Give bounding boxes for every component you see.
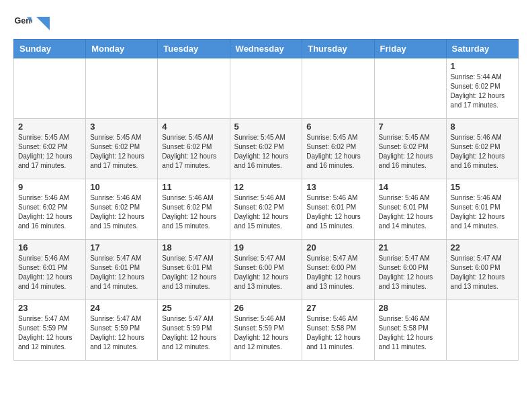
day-number: 6 bbox=[306, 122, 369, 132]
day-number: 15 bbox=[451, 182, 514, 192]
calendar-cell: 27Sunrise: 5:46 AM Sunset: 5:58 PM Dayli… bbox=[302, 300, 374, 361]
day-info: Sunrise: 5:47 AM Sunset: 6:00 PM Dayligh… bbox=[451, 254, 514, 291]
calendar-cell: 9Sunrise: 5:46 AM Sunset: 6:02 PM Daylig… bbox=[14, 179, 86, 240]
calendar-cell: 4Sunrise: 5:45 AM Sunset: 6:02 PM Daylig… bbox=[158, 119, 230, 179]
day-info: Sunrise: 5:45 AM Sunset: 6:02 PM Dayligh… bbox=[90, 133, 153, 171]
day-header-friday: Friday bbox=[374, 40, 446, 58]
day-info: Sunrise: 5:45 AM Sunset: 6:02 PM Dayligh… bbox=[18, 133, 81, 171]
day-info: Sunrise: 5:46 AM Sunset: 6:02 PM Dayligh… bbox=[18, 193, 81, 231]
day-number: 17 bbox=[90, 242, 153, 253]
day-info: Sunrise: 5:45 AM Sunset: 6:02 PM Dayligh… bbox=[234, 133, 298, 171]
day-info: Sunrise: 5:46 AM Sunset: 5:58 PM Dayligh… bbox=[379, 314, 442, 352]
calendar-cell: 26Sunrise: 5:46 AM Sunset: 5:59 PM Dayli… bbox=[230, 300, 302, 361]
day-info: Sunrise: 5:44 AM Sunset: 6:02 PM Dayligh… bbox=[451, 73, 514, 110]
day-number: 11 bbox=[162, 182, 225, 192]
calendar-cell: 16Sunrise: 5:46 AM Sunset: 6:01 PM Dayli… bbox=[14, 240, 86, 300]
day-info: Sunrise: 5:46 AM Sunset: 6:01 PM Dayligh… bbox=[451, 193, 514, 231]
calendar-cell: 6Sunrise: 5:45 AM Sunset: 6:02 PM Daylig… bbox=[302, 119, 374, 179]
day-info: Sunrise: 5:47 AM Sunset: 5:59 PM Dayligh… bbox=[18, 314, 81, 352]
logo-arrow-icon bbox=[36, 17, 50, 30]
day-number: 1 bbox=[451, 61, 514, 71]
calendar-cell bbox=[14, 58, 86, 119]
calendar-cell: 5Sunrise: 5:45 AM Sunset: 6:02 PM Daylig… bbox=[230, 119, 302, 179]
calendar-cell: 21Sunrise: 5:47 AM Sunset: 6:00 PM Dayli… bbox=[374, 240, 446, 300]
day-header-wednesday: Wednesday bbox=[230, 40, 302, 58]
calendar-cell: 10Sunrise: 5:46 AM Sunset: 6:02 PM Dayli… bbox=[86, 179, 158, 240]
calendar-cell: 25Sunrise: 5:47 AM Sunset: 5:59 PM Dayli… bbox=[158, 300, 230, 361]
day-info: Sunrise: 5:47 AM Sunset: 6:00 PM Dayligh… bbox=[306, 254, 369, 291]
day-info: Sunrise: 5:46 AM Sunset: 6:01 PM Dayligh… bbox=[379, 193, 442, 231]
calendar-cell bbox=[302, 58, 374, 119]
day-number: 3 bbox=[90, 122, 153, 132]
day-number: 16 bbox=[18, 242, 81, 253]
calendar-cell: 19Sunrise: 5:47 AM Sunset: 6:00 PM Dayli… bbox=[230, 240, 302, 300]
calendar-cell bbox=[86, 58, 158, 119]
day-info: Sunrise: 5:46 AM Sunset: 6:02 PM Dayligh… bbox=[90, 193, 153, 231]
calendar-cell bbox=[158, 58, 230, 119]
day-number: 9 bbox=[18, 182, 81, 192]
day-number: 13 bbox=[306, 182, 369, 192]
day-number: 25 bbox=[162, 303, 225, 313]
day-number: 21 bbox=[379, 242, 442, 253]
day-info: Sunrise: 5:46 AM Sunset: 5:58 PM Dayligh… bbox=[306, 314, 369, 352]
calendar-cell: 8Sunrise: 5:46 AM Sunset: 6:02 PM Daylig… bbox=[446, 119, 518, 179]
day-number: 28 bbox=[379, 303, 442, 313]
day-number: 5 bbox=[234, 122, 298, 132]
day-info: Sunrise: 5:45 AM Sunset: 6:02 PM Dayligh… bbox=[379, 133, 442, 171]
day-info: Sunrise: 5:47 AM Sunset: 5:59 PM Dayligh… bbox=[162, 314, 225, 352]
day-header-tuesday: Tuesday bbox=[158, 40, 230, 58]
day-number: 7 bbox=[379, 122, 442, 132]
day-number: 27 bbox=[306, 303, 369, 313]
calendar-cell: 12Sunrise: 5:46 AM Sunset: 6:02 PM Dayli… bbox=[230, 179, 302, 240]
day-header-thursday: Thursday bbox=[302, 40, 374, 58]
calendar-cell: 11Sunrise: 5:46 AM Sunset: 6:02 PM Dayli… bbox=[158, 179, 230, 240]
day-header-sunday: Sunday bbox=[14, 40, 86, 58]
calendar-cell: 1Sunrise: 5:44 AM Sunset: 6:02 PM Daylig… bbox=[446, 58, 518, 119]
day-number: 24 bbox=[90, 303, 153, 313]
calendar-cell: 7Sunrise: 5:45 AM Sunset: 6:02 PM Daylig… bbox=[374, 119, 446, 179]
calendar-cell: 14Sunrise: 5:46 AM Sunset: 6:01 PM Dayli… bbox=[374, 179, 446, 240]
day-info: Sunrise: 5:46 AM Sunset: 6:01 PM Dayligh… bbox=[306, 193, 369, 231]
day-info: Sunrise: 5:46 AM Sunset: 5:59 PM Dayligh… bbox=[234, 314, 298, 352]
day-number: 4 bbox=[162, 122, 225, 132]
calendar-cell: 17Sunrise: 5:47 AM Sunset: 6:01 PM Dayli… bbox=[86, 240, 158, 300]
day-number: 18 bbox=[162, 242, 225, 253]
day-number: 14 bbox=[379, 182, 442, 192]
calendar-cell: 13Sunrise: 5:46 AM Sunset: 6:01 PM Dayli… bbox=[302, 179, 374, 240]
calendar-cell: 15Sunrise: 5:46 AM Sunset: 6:01 PM Dayli… bbox=[446, 179, 518, 240]
calendar-cell: 2Sunrise: 5:45 AM Sunset: 6:02 PM Daylig… bbox=[14, 119, 86, 179]
day-number: 26 bbox=[234, 303, 298, 313]
day-number: 23 bbox=[18, 303, 81, 313]
logo: General bbox=[13, 13, 50, 32]
day-number: 20 bbox=[306, 242, 369, 253]
calendar-cell: 28Sunrise: 5:46 AM Sunset: 5:58 PM Dayli… bbox=[374, 300, 446, 361]
calendar-table: SundayMondayTuesdayWednesdayThursdayFrid… bbox=[13, 39, 519, 361]
day-number: 10 bbox=[90, 182, 153, 192]
day-info: Sunrise: 5:46 AM Sunset: 6:02 PM Dayligh… bbox=[162, 193, 225, 231]
header: General bbox=[13, 13, 519, 32]
day-info: Sunrise: 5:47 AM Sunset: 6:00 PM Dayligh… bbox=[234, 254, 298, 291]
day-header-saturday: Saturday bbox=[446, 40, 518, 58]
calendar-cell: 3Sunrise: 5:45 AM Sunset: 6:02 PM Daylig… bbox=[86, 119, 158, 179]
calendar-cell bbox=[374, 58, 446, 119]
logo-icon: General bbox=[13, 13, 32, 32]
day-header-monday: Monday bbox=[86, 40, 158, 58]
calendar-cell: 18Sunrise: 5:47 AM Sunset: 6:01 PM Dayli… bbox=[158, 240, 230, 300]
calendar-cell bbox=[230, 58, 302, 119]
day-info: Sunrise: 5:45 AM Sunset: 6:02 PM Dayligh… bbox=[306, 133, 369, 171]
day-info: Sunrise: 5:46 AM Sunset: 6:02 PM Dayligh… bbox=[451, 133, 514, 171]
day-info: Sunrise: 5:47 AM Sunset: 6:01 PM Dayligh… bbox=[90, 254, 153, 291]
day-info: Sunrise: 5:47 AM Sunset: 6:00 PM Dayligh… bbox=[379, 254, 442, 291]
calendar-cell: 20Sunrise: 5:47 AM Sunset: 6:00 PM Dayli… bbox=[302, 240, 374, 300]
day-number: 19 bbox=[234, 242, 298, 253]
day-number: 2 bbox=[18, 122, 81, 132]
day-info: Sunrise: 5:47 AM Sunset: 6:01 PM Dayligh… bbox=[162, 254, 225, 291]
day-info: Sunrise: 5:45 AM Sunset: 6:02 PM Dayligh… bbox=[162, 133, 225, 171]
day-number: 22 bbox=[451, 242, 514, 253]
calendar-cell: 23Sunrise: 5:47 AM Sunset: 5:59 PM Dayli… bbox=[14, 300, 86, 361]
calendar-cell: 24Sunrise: 5:47 AM Sunset: 5:59 PM Dayli… bbox=[86, 300, 158, 361]
calendar-cell: 22Sunrise: 5:47 AM Sunset: 6:00 PM Dayli… bbox=[446, 240, 518, 300]
day-number: 12 bbox=[234, 182, 298, 192]
day-info: Sunrise: 5:47 AM Sunset: 5:59 PM Dayligh… bbox=[90, 314, 153, 352]
svg-marker-2 bbox=[36, 17, 50, 30]
